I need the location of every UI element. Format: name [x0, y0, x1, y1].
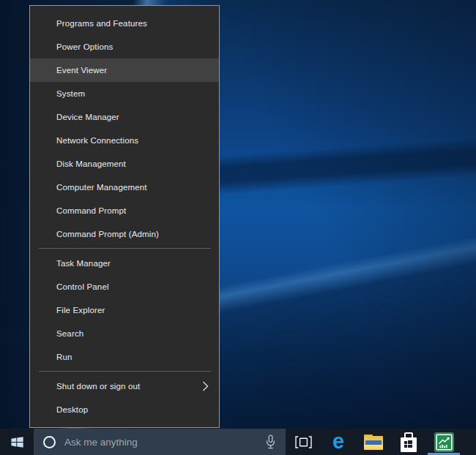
- menu-item-shut-down-or-sign-out[interactable]: Shut down or sign out: [30, 375, 219, 398]
- menu-item-disk-management[interactable]: Disk Management: [30, 152, 219, 176]
- menu-item-command-prompt-admin[interactable]: Command Prompt (Admin): [30, 222, 219, 246]
- search-placeholder: Ask me anything: [64, 437, 265, 448]
- store-icon: [400, 432, 417, 452]
- edge-icon: e: [332, 431, 344, 452]
- taskbar: Ask me anything e: [0, 429, 476, 455]
- menu-item-power-options[interactable]: Power Options: [30, 35, 219, 59]
- menu-item-event-viewer[interactable]: Event Viewer: [30, 59, 219, 82]
- menu-item-system[interactable]: System: [30, 82, 219, 105]
- file-explorer-button[interactable]: [356, 429, 391, 455]
- menu-item-run[interactable]: Run: [30, 345, 219, 369]
- menu-item-file-explorer[interactable]: File Explorer: [30, 298, 219, 322]
- folder-icon: [364, 435, 383, 450]
- money-chart-icon: [434, 432, 454, 452]
- menu-item-desktop[interactable]: Desktop: [30, 398, 219, 421]
- menu-item-label: Shut down or sign out: [56, 375, 140, 398]
- menu-separator: [39, 371, 211, 372]
- start-button[interactable]: [0, 429, 34, 455]
- menu-item-task-manager[interactable]: Task Manager: [30, 252, 219, 275]
- menu-item-control-panel[interactable]: Control Panel: [30, 275, 219, 298]
- cortana-circle-icon: [43, 436, 56, 448]
- money-app-button[interactable]: [426, 429, 461, 455]
- task-view-button[interactable]: [286, 429, 321, 455]
- winx-menu: Programs and Features Power Options Even…: [29, 5, 220, 428]
- menu-item-command-prompt[interactable]: Command Prompt: [30, 199, 219, 222]
- task-view-icon: [295, 436, 312, 448]
- menu-item-device-manager[interactable]: Device Manager: [30, 105, 219, 129]
- microphone-icon[interactable]: [265, 435, 276, 450]
- windows-logo-icon: [10, 435, 24, 449]
- menu-item-search[interactable]: Search: [30, 322, 219, 345]
- cortana-search-box[interactable]: Ask me anything: [34, 429, 286, 455]
- menu-separator: [39, 248, 211, 249]
- menu-item-computer-management[interactable]: Computer Management: [30, 176, 219, 199]
- menu-item-network-connections[interactable]: Network Connections: [30, 129, 219, 152]
- menu-item-programs-and-features[interactable]: Programs and Features: [30, 12, 219, 35]
- chevron-right-icon: [202, 381, 209, 391]
- edge-button[interactable]: e: [321, 429, 356, 455]
- store-button[interactable]: [391, 429, 426, 455]
